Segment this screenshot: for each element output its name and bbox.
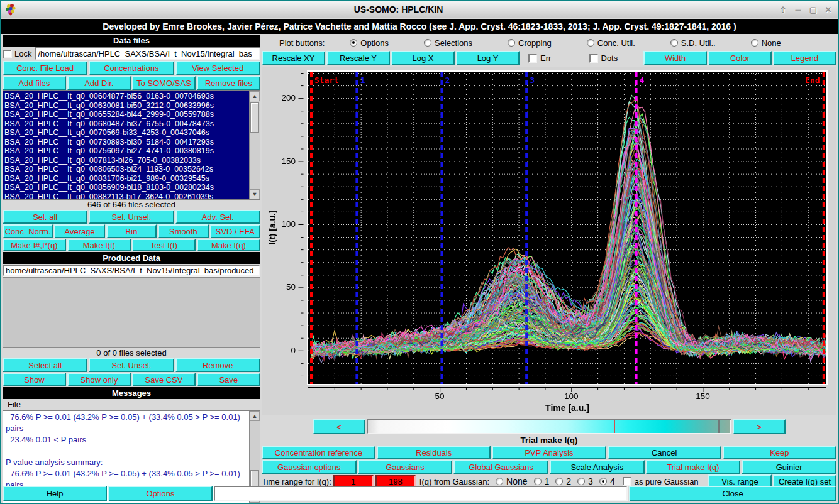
rescale-xy-button[interactable]: Rescale XY — [262, 51, 325, 65]
log-x-button[interactable]: Log X — [391, 51, 455, 65]
radio-icon[interactable] — [599, 478, 607, 485]
radio-icon[interactable] — [534, 478, 542, 485]
plot-mode-radio-conc-util[interactable]: Conc. Util. — [587, 38, 635, 48]
average-button[interactable]: Average — [54, 224, 104, 238]
remove-files-button[interactable]: Remove files — [197, 76, 260, 90]
concentration-reference-button[interactable]: Concentration reference — [262, 446, 375, 459]
file-item[interactable]: BSA_20_HPLC__It_q0_00856909-bi18_8103-0_… — [4, 183, 248, 192]
guinier-button[interactable]: Guinier — [742, 460, 836, 474]
select-all-button[interactable]: Select all — [3, 358, 87, 372]
slider-right-button[interactable]: > — [733, 419, 786, 434]
residuals-button[interactable]: Residuals — [377, 446, 491, 459]
file-item[interactable]: BSA_20_HPLC__It_q0_0070569-bi33_4253-0_0… — [4, 128, 248, 138]
global-gaussians-button[interactable]: Global Gaussians — [453, 460, 548, 474]
scroll-up-icon[interactable]: ▲ — [250, 411, 260, 421]
radio-icon[interactable] — [350, 39, 357, 47]
radio-icon[interactable] — [751, 39, 758, 47]
gaussian-radio-4[interactable]: 4 — [599, 476, 615, 486]
file-item[interactable]: BSA_20_HPLC__It_q0_00882113-bi17_3624-0_… — [4, 192, 248, 200]
gaussian-radio-3[interactable]: 3 — [577, 476, 593, 486]
data-dir-input[interactable]: /home/ultrascan/HPLC_SAXS/BSA/I_t_Nov15/… — [35, 47, 260, 60]
svd-efa-button[interactable]: SVD / EFA — [210, 224, 260, 238]
add-dir-button[interactable]: Add Dir. — [67, 76, 131, 90]
lock-checkbox[interactable] — [3, 50, 12, 58]
scroll-up-icon[interactable]: ▲ — [250, 91, 260, 101]
shade-icon[interactable]: ⇧ — [777, 4, 789, 15]
sel-unsel-button[interactable]: Sel. Unsel. — [89, 210, 174, 224]
plot-mode-radio-cropping[interactable]: Cropping — [508, 38, 552, 48]
file-list[interactable]: BSA_20_HPLC__It_q0_00604877-bi56_0163-0_… — [3, 91, 249, 199]
cancel-button[interactable]: Cancel — [608, 446, 721, 459]
radio-icon[interactable] — [577, 478, 585, 485]
gaussian-radio-2[interactable]: 2 — [555, 476, 571, 486]
make-i-q-button[interactable]: Make I(q) — [197, 239, 260, 251]
make-i-i-q-button[interactable]: Make I#,I*(q) — [3, 239, 66, 251]
trial-make-i-q-button[interactable]: Trial make I(q) — [646, 460, 741, 474]
add-files-button[interactable]: Add files — [3, 76, 66, 90]
sel-unsel-button[interactable]: Sel. Unsel. — [89, 358, 174, 372]
gradient-slider[interactable] — [367, 419, 731, 434]
bin-button[interactable]: Bin — [106, 224, 157, 238]
produced-dir-input[interactable]: home/ultrascan/HPLC_SAXS/BSA/I_t_Nov15/I… — [3, 265, 260, 277]
file-item[interactable]: BSA_20_HPLC__It_q0_00730893-bi30_5184-0_… — [4, 138, 248, 147]
show-button[interactable]: Show — [3, 373, 66, 386]
legend-button[interactable]: Legend — [773, 51, 836, 65]
help-button[interactable]: Help — [3, 486, 107, 501]
file-item[interactable]: BSA_20_HPLC__It_q0_00756097-bi27_4741-0_… — [4, 146, 248, 156]
plot-canvas[interactable] — [262, 67, 839, 415]
err-checkbox[interactable] — [528, 54, 537, 63]
sel-all-button[interactable]: Sel. all — [3, 210, 87, 224]
file-list-scrollbar[interactable]: ▲ ▼ — [249, 91, 260, 199]
gaussians-button[interactable]: Gaussians — [358, 460, 453, 474]
file-item[interactable]: BSA_20_HPLC__It_q0_00655284-bi44_2999-0_… — [4, 110, 248, 119]
color-button[interactable]: Color — [708, 51, 772, 65]
radio-icon[interactable] — [496, 478, 503, 485]
plot-mode-radio-options[interactable]: Options — [350, 38, 389, 48]
slider-left-button[interactable]: < — [313, 419, 365, 434]
file-item[interactable]: BSA_20_HPLC__It_q0_007813-bi26_705-0_003… — [4, 156, 248, 165]
file-item[interactable]: BSA_20_HPLC__It_q0_00680487-bi37_6755-0_… — [4, 119, 248, 129]
show-only-button[interactable]: Show only — [67, 373, 131, 386]
remove-button[interactable]: Remove — [175, 358, 260, 372]
options-button[interactable]: Options — [108, 486, 213, 501]
plot-mode-radio-selections[interactable]: Selections — [424, 38, 472, 48]
rescale-y-button[interactable]: Rescale Y — [326, 51, 390, 65]
produced-list[interactable] — [3, 277, 260, 348]
file-menu[interactable]: File — [8, 400, 21, 409]
radio-icon[interactable] — [555, 478, 563, 485]
radio-icon[interactable] — [670, 39, 678, 47]
file-item[interactable]: BSA_20_HPLC__It_q0_00806503-bi24_1193-0_… — [4, 165, 248, 174]
width-button[interactable]: Width — [643, 51, 707, 65]
gaussian-radio-none[interactable]: None — [496, 476, 527, 486]
conc-norm-button[interactable]: Conc. Norm. — [3, 224, 53, 238]
keep-button[interactable]: Keep — [723, 446, 836, 459]
radio-icon[interactable] — [424, 39, 431, 47]
scroll-down-icon[interactable]: ▼ — [250, 189, 260, 199]
scale-analysis-button[interactable]: Scale Analysis — [550, 460, 645, 474]
scrollbar-thumb[interactable] — [250, 102, 259, 133]
maximize-icon[interactable]: ▢ — [808, 4, 819, 15]
conc-file-load-button[interactable]: Conc. File Load — [3, 61, 87, 75]
adv-sel-button[interactable]: Adv. Sel. — [175, 210, 260, 224]
concentrations-button[interactable]: Concentrations — [89, 61, 174, 75]
file-item[interactable]: BSA_20_HPLC__It_q0_00604877-bi56_0163-0_… — [4, 92, 248, 101]
save-button[interactable]: Save — [197, 373, 260, 386]
plot-mode-radio-s-d-util[interactable]: S.D. Util.. — [670, 38, 716, 48]
view-selected-button[interactable]: View Selected — [175, 61, 260, 75]
close-button[interactable]: Close — [629, 486, 836, 501]
test-i-t-button[interactable]: Test I(t) — [132, 239, 196, 251]
radio-icon[interactable] — [587, 39, 594, 47]
plot-mode-radio-none[interactable]: None — [751, 38, 781, 48]
close-icon[interactable]: ✕ — [823, 4, 834, 15]
file-item[interactable]: BSA_20_HPLC__It_q0_00630081-bi50_3212-0_… — [4, 101, 248, 111]
gaussian-radio-1[interactable]: 1 — [534, 476, 550, 486]
file-item[interactable]: BSA_20_HPLC__It_q0_00831706-bi21_989-0_0… — [4, 174, 248, 184]
smooth-button[interactable]: Smooth — [158, 224, 208, 238]
dots-checkbox[interactable] — [589, 54, 598, 63]
minimize-icon[interactable]: ─ — [792, 4, 804, 15]
save-csv-button[interactable]: Save CSV — [132, 373, 196, 386]
gaussian-options-button[interactable]: Gaussian options — [262, 460, 357, 474]
to-somo-sas-button[interactable]: To SOMO/SAS — [132, 76, 196, 90]
as-pure-gaussian-checkbox[interactable] — [623, 477, 631, 486]
pvp-analysis-button[interactable]: PVP Analysis — [492, 446, 606, 459]
